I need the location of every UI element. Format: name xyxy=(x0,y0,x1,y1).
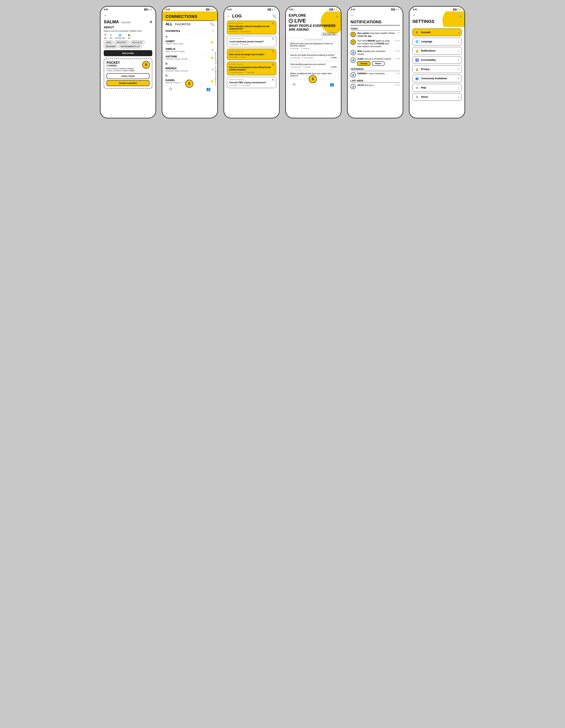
settings-item-language[interactable]: 🌐 Language › xyxy=(412,38,462,45)
star-brenda-icon[interactable]: ☆ xyxy=(211,68,214,71)
invite-friend-button[interactable]: Invite a friend xyxy=(107,73,149,79)
log-card-5-date: 21/04/24, 08:38 PM xyxy=(229,79,243,80)
tab-favorites[interactable]: FAVORITES xyxy=(175,23,191,26)
settings-search-icon[interactable]: 🔍 xyxy=(458,14,462,17)
profile-bio: Nature and art enthusiast. Rabbit mom. xyxy=(104,30,152,32)
last-week-section-title: LAST WEEK xyxy=(351,79,400,83)
filter-badge[interactable]: MATCHING ONLY xyxy=(321,33,338,36)
answer-question-button[interactable]: Answer a question xyxy=(107,80,149,86)
person-antoine[interactable]: ANTOINE Lebanese, living in Canada ⭐ xyxy=(162,54,217,61)
settings-item-accessibility[interactable]: ♿ Accessibility › xyxy=(412,56,462,64)
tab-all[interactable]: ALL xyxy=(166,22,173,26)
profile-name: SALMA xyxy=(104,19,119,24)
nav-explore-icon[interactable]: ⚇ xyxy=(169,87,172,95)
log-card-4[interactable]: 21/04/24, 08:38 PM 📞 Can you recommend s… xyxy=(227,62,276,75)
settings-item-community[interactable]: 👥 Community Guidelines ↗ xyxy=(412,75,462,82)
connections-tabs: ALL FAVORITES 🔍 xyxy=(162,21,217,28)
log-card-3-meta: 21/04/24, 08:38 PM 📞 xyxy=(229,51,274,52)
back-button-profile[interactable]: ← xyxy=(104,13,152,18)
notif-item-saleh: 👤 SALEH sent you a 2d ago xyxy=(351,84,400,89)
settings-item-notifications[interactable]: 🔔 Notifications › xyxy=(412,47,462,55)
notifications-screen: ← NOTIFICATIONS TODAY S New updates have… xyxy=(348,11,403,118)
log-card-1[interactable]: 21/04/24, 08:58 PM 📞 Most effective natu… xyxy=(227,21,276,34)
accessibility-label: Accessibility xyxy=(421,59,436,61)
back-button-notifications[interactable]: ← xyxy=(351,13,354,18)
tag-polyglot: POLYGLOT xyxy=(130,41,144,44)
settings-item-help[interactable]: ⊙ Help › xyxy=(412,84,462,92)
tag-fashion-2: 🏷 FASHION xyxy=(229,44,238,45)
log-card-5[interactable]: 21/04/24, 08:38 PM 📞 Favorite PMS coping… xyxy=(227,77,276,88)
accept-button-alina[interactable]: Accept xyxy=(357,61,370,66)
community-external-icon: ↗ xyxy=(457,77,459,80)
log-card-1-tags: 🏷 ANYONE 📍 ANYWHERE xyxy=(229,31,274,33)
s-badge-explore[interactable]: S xyxy=(309,75,317,83)
settings-item-about[interactable]: ℹ About › xyxy=(412,93,462,101)
explore-search-icon[interactable]: 🔍 xyxy=(334,14,338,17)
phone-log: 9:41 ▌▌▌ ▾ 🔋 ← LOG 🔍 21/04/24, 08:58 PM … xyxy=(224,6,280,118)
closed-badge-e3: CLOSED xyxy=(331,66,337,68)
tag-anyone-1: 🏷 ANYONE xyxy=(229,31,238,33)
tag-traveller-e3: 🏷 TRAVELLER xyxy=(290,66,301,68)
person-brenda[interactable]: BRENDA American, living in Germany ☆ xyxy=(162,66,217,73)
profile-screen: ← SALMA SHE/HER ⚙ ABOUT Nature and art e… xyxy=(101,11,155,118)
profile-tags: ARAB ARCHITECT POLYGLOT DESIGNER ENVIRON… xyxy=(104,41,152,48)
s-badge-explore-label: S xyxy=(312,77,314,81)
star-antoine-icon[interactable]: ⭐ xyxy=(210,56,214,59)
nav-connections-icon[interactable]: 👥 xyxy=(206,87,211,95)
log-card-3-tags: 🏷 ANYONE 📍 INDIA xyxy=(229,56,274,58)
language-arrow-icon: › xyxy=(458,40,459,43)
back-button-log[interactable]: ← xyxy=(227,14,231,18)
coin-symbol: S xyxy=(145,63,147,67)
explore-bottom-nav: ⚇ S 👥 xyxy=(286,80,341,92)
star-ahmet-icon[interactable]: ⭐ xyxy=(210,41,214,44)
notif-time-update: now xyxy=(397,32,400,34)
log-card-3[interactable]: 21/04/24, 08:38 PM 📞 How much do people … xyxy=(227,49,276,60)
status-bar-settings: 9:41 ▌▌▌ ▾ 🔋 xyxy=(410,7,464,11)
log-card-2-meta: 21/04/24, 08:38 PM 📞 xyxy=(229,38,274,40)
person-brenda-desc: American, living in Germany xyxy=(166,70,188,72)
star-daniel-icon[interactable]: ⭐ xyxy=(210,79,214,83)
explore-card-1[interactable]: What are some must-visit attractions in … xyxy=(288,41,339,51)
reject-button-alina[interactable]: Reject xyxy=(372,61,384,66)
explore-card-2[interactable]: How do you tackle and prevent bullying a… xyxy=(288,52,339,60)
log-card-5-text: Favorite PMS coping mechanisms? xyxy=(229,81,274,84)
log-card-2[interactable]: 21/04/24, 08:38 PM 📞 Local handmade jewe… xyxy=(227,36,276,47)
time-profile: 9:41 xyxy=(104,8,108,11)
person-amelia-desc: Italian, living in Hungray xyxy=(166,50,185,52)
person-daniel-name: DANIEL xyxy=(166,79,183,82)
log-card-2-tags: 🏷 FASHION 📍 AROUND xyxy=(229,44,274,45)
person-amelia[interactable]: AMELIA Italian, living in Hungray ☆ xyxy=(162,46,217,54)
tag-woman-5: 🏷 WOMAN xyxy=(229,84,238,86)
privacy-icon: 🔒 xyxy=(415,68,419,71)
explore-title: EXPLORE 🔍 xyxy=(289,13,338,18)
edit-profile-button[interactable]: Edit profile xyxy=(104,50,152,56)
nav-connections-icon-2[interactable]: 👥 xyxy=(330,82,334,90)
star-amelia-icon[interactable]: ☆ xyxy=(211,48,214,52)
tag-anyone-e1: 🏷 ANYONE xyxy=(290,48,299,50)
status-icons-log: ▌▌▌ ▾ 🔋 xyxy=(268,8,276,10)
gear-icon[interactable]: ⚙ xyxy=(149,20,152,24)
settings-item-account[interactable]: ⊙ Account › xyxy=(412,28,462,36)
status-bar-connections: 9:41 ▌▌▌ ▾ 🔋 xyxy=(162,7,217,11)
status-icons-explore: ▌▌▌ ▾ 🔋 xyxy=(330,8,338,10)
tag-around-2: 📍 AROUND xyxy=(239,44,249,45)
back-button-settings[interactable]: ← xyxy=(412,13,416,18)
notif-time-saleh: 2d ago xyxy=(395,84,400,86)
connections-search-icon[interactable]: 🔍 xyxy=(210,22,214,26)
log-card-2-call-icon: 📞 xyxy=(272,38,274,40)
nav-explore-icon-2[interactable]: ⚇ xyxy=(293,82,296,90)
tag-brazil-e3: 📍 BRAZIL xyxy=(303,66,311,68)
meta-extra-label: DE xyxy=(128,37,130,39)
log-card-3-call-icon: 📞 xyxy=(272,51,274,52)
s-badge-connections[interactable]: S xyxy=(185,80,193,88)
phone-connections: 9:41 ▌▌▌ ▾ 🔋 CONNECTIONS ALL FAVORITES 🔍… xyxy=(162,6,218,118)
person-ahmet[interactable]: AHMET Turkish, living in Qatar ⭐ xyxy=(162,39,217,46)
log-search-icon[interactable]: 🔍 xyxy=(272,14,276,18)
settings-item-privacy[interactable]: 🔒 Privacy ↗ xyxy=(412,65,462,73)
favorites-arrow-icon: → xyxy=(211,29,214,33)
community-label: Community Guidelines xyxy=(421,77,447,80)
connections-favorites-row[interactable]: FAVORITES → xyxy=(162,28,217,34)
meta-origin-label: EG xyxy=(110,37,112,39)
notif-icon-moe: 👤 xyxy=(351,50,356,55)
explore-card-3[interactable]: Solo-travelling experience as a woman? 🏷… xyxy=(288,62,339,70)
